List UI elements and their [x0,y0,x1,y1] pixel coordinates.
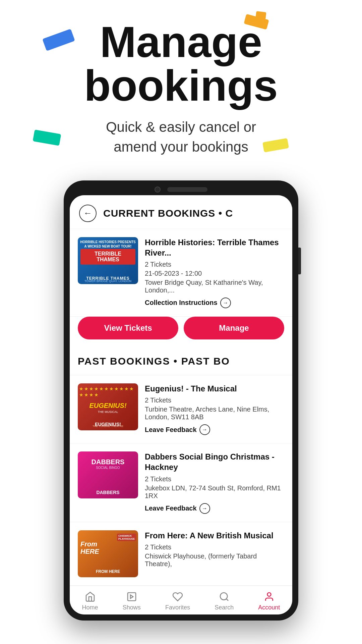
dabbers-booking-card: DABBERS SOCIAL BINGO Dabbers Social Bing… [70,443,292,522]
eugenius-venue: Turbine Theatre, Arches Lane, Nine Elms,… [145,406,284,421]
nav-account-label: Account [258,604,280,611]
dabbers-tickets: 2 Tickets [145,475,284,483]
eugenius-image: ★★★★★ ★★★★★ ★★★★★ EUGENIUS! THE MUSICAL … [78,383,138,430]
hero-title: Manage bookings [13,20,349,107]
svg-point-1 [220,593,227,600]
nav-search-label: Search [215,604,234,611]
back-button[interactable]: ← [79,205,97,222]
account-icon [264,591,275,602]
svg-line-2 [226,599,228,601]
horrible-histories-info: Horrible Histories: Terrible Thames Rive… [145,237,284,308]
booking-actions: View Tickets Manage [70,317,292,347]
eugenius-feedback-link[interactable]: Leave Feedback → [145,424,284,435]
feedback-arrow-icon: → [199,424,210,435]
eugenius-info: Eugenius! - The Musical 2 Tickets Turbin… [145,383,284,435]
ticket-count: 2 Tickets [145,261,284,268]
fromhere-booking-card: CHISWICKPLAYHOUSE FromHERE From Here: A … [70,522,292,586]
nav-search[interactable]: Search [215,591,234,611]
phone-container: ← CURRENT BOOKINGS • C HORRIBLE HISTORIE… [0,180,362,621]
home-icon [85,591,96,602]
fromhere-venue: Chiswick Playhouse, (formerly Tabard The… [145,552,284,568]
phone-notch [70,186,292,193]
search-icon [219,591,230,602]
dabbers-info: Dabbers Social Bingo Christmas - Hackney… [145,451,284,514]
svg-rect-0 [128,593,136,601]
collection-instructions-link[interactable]: Collection Instructions → [145,298,284,308]
app-header: ← CURRENT BOOKINGS • C [70,195,292,229]
fromhere-info: From Here: A New British Musical 2 Ticke… [145,530,284,569]
dabbers-arrow-icon: → [199,503,210,514]
horrible-histories-image: HORRIBLE HISTORIES PRESENTS A WICKED NEW… [78,237,138,284]
fromhere-image: CHISWICKPLAYHOUSE FromHERE [78,530,138,577]
hero-subtitle: Quick & easily cancel or amend your book… [13,117,349,157]
bookings-title-scroll: CURRENT BOOKINGS • C [103,208,283,219]
phone-speaker [167,187,207,192]
nav-favorites-label: Favorites [165,604,190,611]
fromhere-tickets: 2 Tickets [145,543,284,551]
show-title: Horrible Histories: Terrible Thames Rive… [145,237,284,258]
nav-shows[interactable]: Shows [123,591,141,611]
nav-favorites[interactable]: Favorites [165,591,190,611]
eugenius-title: Eugenius! - The Musical [145,383,284,394]
eugenius-booking-card: ★★★★★ ★★★★★ ★★★★★ EUGENIUS! THE MUSICAL … [70,375,292,443]
view-tickets-button[interactable]: View Tickets [78,317,178,339]
dabbers-venue: Jukebox LDN, 72-74 South St, Romford, RM… [145,484,284,500]
nav-home[interactable]: Home [82,591,98,611]
favorites-icon [172,591,183,602]
phone-screen: ← CURRENT BOOKINGS • C HORRIBLE HISTORIE… [70,195,292,614]
phone-side-button [298,248,301,274]
hero-section: Manage bookings Quick & easily cancel or… [0,0,362,170]
dabbers-feedback-link[interactable]: Leave Feedback → [145,503,284,514]
nav-shows-label: Shows [123,604,141,611]
nav-account[interactable]: Account [258,591,280,611]
shows-icon [126,591,137,602]
past-bookings-title: PAST BOOKINGS • PAST BO [78,356,284,367]
phone-camera [155,186,161,193]
svg-point-3 [267,593,271,596]
fromhere-title: From Here: A New British Musical [145,530,284,541]
bottom-nav: Home Shows Favorites [70,586,292,614]
show-venue: Tower Bridge Quay, St Katharine's Way, L… [145,279,284,294]
dabbers-image: DABBERS SOCIAL BINGO [78,451,138,498]
show-date: 21-05-2023 - 12:00 [145,270,284,277]
current-booking-card: HORRIBLE HISTORIES PRESENTS A WICKED NEW… [70,229,292,317]
dabbers-title: Dabbers Social Bingo Christmas - Hackney [145,451,284,472]
current-bookings-title: CURRENT BOOKINGS • C [103,208,233,219]
past-bookings-header: PAST BOOKINGS • PAST BO [70,347,292,375]
nav-home-label: Home [82,604,98,611]
phone-mockup: ← CURRENT BOOKINGS • C HORRIBLE HISTORIE… [64,180,298,621]
manage-button[interactable]: Manage [184,317,284,339]
eugenius-tickets: 2 Tickets [145,396,284,404]
collection-arrow-icon: → [220,298,231,308]
